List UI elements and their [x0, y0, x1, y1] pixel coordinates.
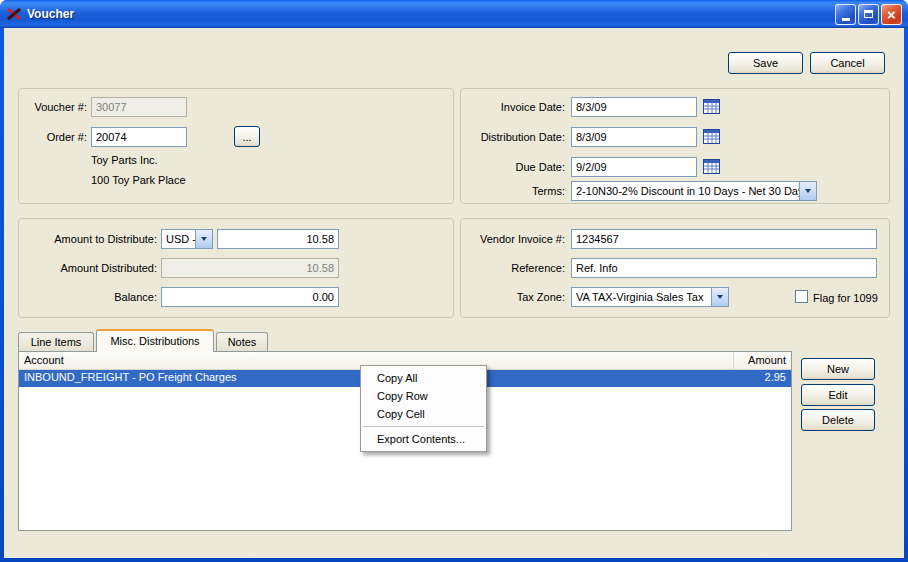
- distribution-date-field[interactable]: [571, 127, 697, 147]
- dates-group: Invoice Date: Distribution Date: Due Dat…: [460, 88, 890, 204]
- minimize-icon: [842, 18, 850, 21]
- calendar-icon: [703, 128, 720, 144]
- balance-field: [161, 287, 339, 307]
- chevron-down-icon[interactable]: [711, 288, 728, 306]
- amounts-group: Amount to Distribute: USD - $ Amount Dis…: [18, 218, 454, 318]
- cancel-button[interactable]: Cancel: [810, 52, 885, 74]
- invoice-date-label: Invoice Date:: [461, 100, 565, 114]
- distribution-date-label: Distribution Date:: [461, 130, 565, 144]
- new-button[interactable]: New: [801, 358, 875, 380]
- delete-button[interactable]: Delete: [801, 409, 875, 431]
- app-icon: [6, 6, 22, 22]
- invoice-date-field[interactable]: [571, 97, 697, 117]
- currency-select[interactable]: USD - $: [161, 229, 213, 249]
- terms-select[interactable]: 2-10N30-2% Discount in 10 Days - Net 30 …: [571, 181, 817, 201]
- voucher-window: Voucher × Save Cancel Voucher #: Order #…: [0, 0, 908, 562]
- voucher-info-group: Voucher #: Order #: ... Toy Parts Inc. 1…: [18, 88, 454, 204]
- voucher-number-field: [91, 97, 187, 117]
- menu-separator: [363, 426, 484, 427]
- close-button[interactable]: ×: [881, 4, 902, 25]
- chevron-down-icon[interactable]: [799, 182, 816, 200]
- tax-zone-select[interactable]: VA TAX-Virginia Sales Tax: [571, 287, 729, 307]
- tab-notes[interactable]: Notes: [216, 332, 268, 351]
- amount-distributed-label: Amount Distributed:: [19, 261, 157, 275]
- amount-to-distribute-field[interactable]: [217, 229, 339, 249]
- vendor-name-text: Toy Parts Inc.: [91, 153, 158, 167]
- window-title: Voucher: [27, 7, 833, 21]
- distribution-date-calendar-button[interactable]: [702, 128, 721, 146]
- due-date-field[interactable]: [571, 157, 697, 177]
- tax-zone-selected-value: VA TAX-Virginia Sales Tax: [572, 288, 711, 306]
- vendor-invoice-field[interactable]: [571, 229, 877, 249]
- terms-label: Terms:: [461, 184, 565, 198]
- order-number-label: Order #:: [23, 130, 87, 144]
- calendar-icon: [703, 98, 720, 114]
- menu-item-copy-all[interactable]: Copy All: [361, 369, 486, 387]
- terms-selected-value: 2-10N30-2% Discount in 10 Days - Net 30 …: [572, 182, 799, 200]
- amount-distributed-field: [161, 258, 339, 278]
- menu-item-copy-cell[interactable]: Copy Cell: [361, 405, 486, 423]
- dialog-content: Save Cancel Voucher #: Order #: ... Toy …: [4, 28, 904, 558]
- edit-button[interactable]: Edit: [801, 384, 875, 406]
- tab-line-items[interactable]: Line Items: [18, 332, 94, 351]
- vendor-invoice-label: Vendor Invoice #:: [461, 232, 565, 246]
- menu-item-copy-row[interactable]: Copy Row: [361, 387, 486, 405]
- due-date-label: Due Date:: [461, 160, 565, 174]
- invoice-date-calendar-button[interactable]: [702, 98, 721, 116]
- tab-misc-distributions[interactable]: Misc. Distributions: [96, 329, 214, 352]
- reference-field[interactable]: [571, 258, 877, 278]
- context-menu: Copy All Copy Row Copy Cell Export Conte…: [360, 365, 487, 452]
- tax-zone-label: Tax Zone:: [461, 290, 565, 304]
- vendor-address-text: 100 Toy Park Place: [91, 173, 186, 187]
- titlebar[interactable]: Voucher ×: [0, 0, 908, 28]
- amount-to-distribute-label: Amount to Distribute:: [19, 232, 157, 246]
- vendor-group: Vendor Invoice #: Reference: Tax Zone: V…: [460, 218, 890, 318]
- due-date-calendar-button[interactable]: [702, 158, 721, 176]
- menu-item-export-contents[interactable]: Export Contents...: [361, 430, 486, 448]
- reference-label: Reference:: [461, 261, 565, 275]
- currency-selected-value: USD - $: [162, 230, 195, 248]
- save-button[interactable]: Save: [728, 52, 803, 74]
- browse-order-button[interactable]: ...: [234, 126, 260, 147]
- maximize-button[interactable]: [858, 4, 879, 25]
- chevron-down-icon[interactable]: [195, 230, 212, 248]
- header-amount[interactable]: Amount: [733, 352, 791, 369]
- maximize-icon: [864, 10, 873, 18]
- row-amount-cell: 2.95: [733, 370, 791, 387]
- voucher-number-label: Voucher #:: [23, 100, 87, 114]
- balance-label: Balance:: [19, 290, 157, 304]
- flag-1099-label: Flag for 1099: [813, 291, 878, 305]
- order-number-field[interactable]: [91, 127, 187, 147]
- close-icon: ×: [887, 5, 896, 24]
- flag-1099-checkbox[interactable]: [795, 290, 808, 303]
- minimize-button[interactable]: [835, 4, 856, 25]
- calendar-icon: [703, 158, 720, 174]
